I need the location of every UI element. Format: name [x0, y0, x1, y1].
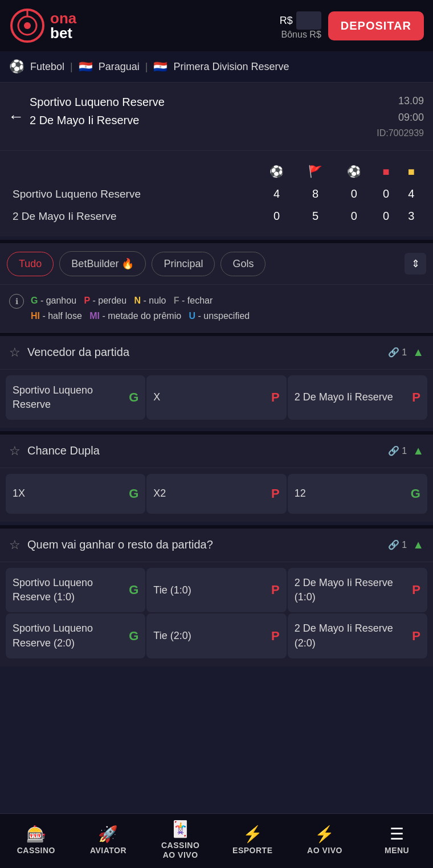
nav-aviator[interactable]: 🚀 AVIATOR [83, 825, 134, 855]
card-result: P [271, 390, 280, 405]
tab-betbuilder[interactable]: BetBuilder 🔥 [59, 251, 146, 276]
vencedor-star[interactable]: ☆ [9, 345, 21, 360]
sport-label[interactable]: Futebol [30, 61, 64, 73]
card-label: 2 De Mayo Ii Reserve (1:0) [295, 576, 412, 604]
bonus-area: R$ Bônus R$ [280, 11, 321, 40]
bet-card-2demayo-1-0[interactable]: 2 De Mayo Ii Reserve (1:0) P [288, 568, 427, 612]
legend-info-icon: ℹ [9, 294, 24, 309]
legend-text: G - ganhou P - perdeu N - nulo F - fecha… [31, 293, 250, 324]
bottom-nav: 🎰 CASSINO 🚀 AVIATOR 🃏 CASSINOAO VIVO ⚡ E… [0, 813, 433, 868]
nav-ao-vivo[interactable]: ⚡ AO VIVO [299, 825, 350, 855]
back-button[interactable]: ← [8, 108, 24, 126]
nav-cassino[interactable]: 🎰 CASSINO [10, 825, 62, 855]
match-date: 13.09 [377, 93, 424, 109]
tab-gols[interactable]: Gols [220, 252, 265, 276]
bet-card-sportivo-2-0[interactable]: Sportivo Luqueno Reserve (2:0) G [6, 613, 145, 658]
filter-collapse-icon[interactable]: ⇕ [405, 253, 426, 275]
sport-icon: ⚽ [9, 59, 24, 74]
match-time: 09:00 [377, 109, 424, 126]
stats-team1-yellow: 4 [399, 183, 424, 205]
bonus-rs-label: R$ [280, 15, 293, 27]
quem-chevron[interactable]: ▲ [412, 538, 424, 551]
card-label: 2 De Mayo Ii Reserve [295, 390, 412, 404]
cassino-label: CASSINO [17, 846, 55, 855]
filter-tabs: Tudo BetBuilder 🔥 Principal Gols ⇕ [0, 243, 433, 285]
esporte-icon: ⚡ [243, 825, 263, 844]
stats-table: ⚽ 🚩 ⚽ ■ ■ Sportivo Luqueno Reserve 4 8 0… [9, 160, 424, 227]
bonus-label: Bônus R$ [280, 30, 321, 40]
bet-card-x2[interactable]: X2 P [146, 474, 286, 514]
section-chance-header: ☆ Chance Dupla 🔗 1 ▲ [0, 435, 433, 468]
logo-text: ona bet [50, 11, 76, 40]
link-icon: 🔗 [388, 347, 399, 358]
card-result: P [412, 629, 420, 644]
card-result: P [271, 629, 280, 644]
section-vencedor: ☆ Vencedor da partida 🔗 1 ▲ Sportivo Luq… [0, 336, 433, 428]
card-label: 2 De Mayo Ii Reserve (2:0) [295, 621, 412, 650]
stat-header-corners: 🚩 [296, 160, 334, 183]
logo-area: ona bet [9, 7, 76, 44]
stats-row-team2: 2 De Mayo Ii Reserve 0 5 0 0 3 [9, 205, 424, 227]
chance-cards: 1X G X2 P 12 G [0, 468, 433, 522]
tab-tudo[interactable]: Tudo [7, 252, 54, 276]
card-result: P [412, 390, 420, 405]
chance-chevron[interactable]: ▲ [412, 444, 424, 457]
bet-card-1x[interactable]: 1X G [6, 474, 145, 514]
stats-team2-corners: 5 [296, 205, 334, 227]
esporte-label: ESPORTE [232, 846, 272, 855]
country-label[interactable]: Paraguai [99, 61, 140, 73]
stat-header-goals2: ⚽ [334, 160, 373, 183]
team1-name: Sportivo Luqueno Reserve [30, 93, 165, 111]
vencedor-chevron[interactable]: ▲ [412, 346, 424, 359]
nav-menu[interactable]: ☰ MENU [371, 825, 423, 855]
chance-link-badge: 🔗 1 [388, 445, 407, 456]
stats-team2-name: 2 De Mayo Ii Reserve [9, 205, 257, 227]
nav-esporte[interactable]: ⚡ ESPORTE [227, 825, 278, 855]
stats-team1-name: Sportivo Luqueno Reserve [9, 183, 257, 205]
bet-card-tie-2-0[interactable]: Tie (2:0) P [146, 613, 286, 658]
section-chance-dupla: ☆ Chance Dupla 🔗 1 ▲ 1X G X2 P 12 [0, 435, 433, 522]
vencedor-link-badge: 🔗 1 [388, 347, 407, 358]
quem-title: Quem vai ganhar o resto da partida? [27, 538, 213, 551]
section-vencedor-header: ☆ Vencedor da partida 🔗 1 ▲ [0, 336, 433, 370]
stats-team1-shots: 0 [334, 183, 373, 205]
match-teams: Sportivo Luqueno Reserve 2 De Mayo Ii Re… [30, 93, 165, 129]
chance-star[interactable]: ☆ [9, 444, 21, 458]
header: ona bet R$ Bônus R$ DEPOSITAR [0, 0, 433, 51]
quem-link-count: 1 [402, 540, 407, 550]
section-quem-header: ☆ Quem vai ganhar o resto da partida? 🔗 … [0, 529, 433, 562]
link-icon: 🔗 [388, 539, 399, 550]
menu-icon: ☰ [390, 825, 404, 844]
quem-cards: Sportivo Luqueno Reserve (1:0) G Tie (1:… [0, 562, 433, 666]
card-result: G [129, 629, 138, 644]
tab-principal[interactable]: Principal [152, 252, 215, 276]
bet-card-tie-1-0[interactable]: Tie (1:0) P [146, 568, 286, 612]
stats-team2-yellow: 3 [399, 205, 424, 227]
vencedor-title: Vencedor da partida [27, 346, 129, 359]
team2-name: 2 De Mayo Ii Reserve [30, 111, 165, 129]
bet-card-x[interactable]: X P [146, 375, 286, 420]
aviator-icon: 🚀 [98, 825, 118, 844]
quem-star[interactable]: ☆ [9, 538, 21, 552]
card-label: Sportivo Luqueno Reserve (1:0) [13, 576, 129, 604]
stats-team1-goals: 4 [257, 183, 296, 205]
bet-card-2demayo-2-0[interactable]: 2 De Mayo Ii Reserve (2:0) P [288, 613, 427, 658]
chance-title: Chance Dupla [27, 444, 100, 457]
bet-card-2demayo[interactable]: 2 De Mayo Ii Reserve P [288, 375, 427, 420]
card-label: Tie (1:0) [153, 583, 271, 597]
cassino-icon: 🎰 [26, 825, 46, 844]
vencedor-link-count: 1 [402, 347, 407, 358]
card-result: P [271, 583, 280, 597]
stat-header-yellow: ■ [399, 160, 424, 183]
card-result: G [129, 390, 138, 405]
chance-link-count: 1 [402, 446, 407, 456]
bet-card-sportivo-1-0[interactable]: Sportivo Luqueno Reserve (1:0) G [6, 568, 145, 612]
bet-card-12[interactable]: 12 G [288, 474, 427, 514]
breadcrumb: ⚽ Futebol | 🇵🇾 Paraguai | 🇵🇾 Primera Div… [0, 51, 433, 83]
logo-icon [9, 7, 46, 44]
deposit-button[interactable]: DEPOSITAR [328, 11, 424, 40]
league-label[interactable]: Primera Division Reserve [173, 61, 289, 73]
match-id: ID:7002939 [377, 126, 424, 141]
bet-card-sportivo[interactable]: Sportivo Luqueno Reserve G [6, 375, 145, 420]
nav-cassino-ao-vivo[interactable]: 🃏 CASSINOAO VIVO [155, 820, 206, 860]
